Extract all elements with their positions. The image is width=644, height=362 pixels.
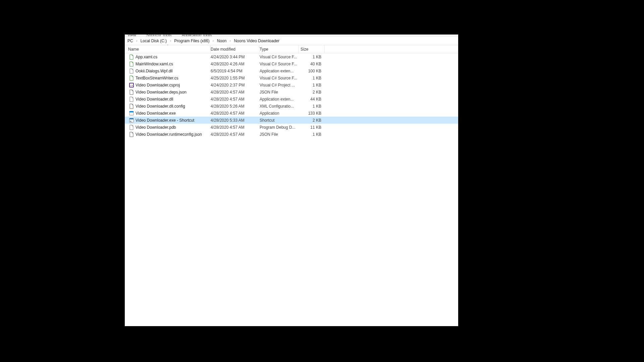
file-type: Visual C# Source F... bbox=[260, 55, 299, 59]
cs-file-icon bbox=[129, 75, 134, 81]
file-date: 6/5/2019 4:54 PM bbox=[211, 69, 260, 73]
file-name: Video Downloader.runtimeconfig.json bbox=[136, 132, 202, 137]
breadcrumb-current-folder[interactable]: Noons Video Downloader bbox=[232, 39, 281, 43]
json-file-icon bbox=[129, 89, 134, 95]
file-row[interactable]: MainWindow.xaml.cs4/28/2020 4:26 AMVisua… bbox=[125, 60, 458, 67]
file-row[interactable]: Video Downloader.runtimeconfig.json4/28/… bbox=[125, 131, 458, 138]
file-date: 4/24/2020 3:44 PM bbox=[211, 55, 260, 59]
ribbon-tab-view[interactable]: View bbox=[127, 35, 136, 36]
file-list[interactable]: App.xaml.cs4/24/2020 3:44 PMVisual C# So… bbox=[125, 53, 458, 138]
address-bar[interactable]: PC › Local Disk (C:) › Program Files (x8… bbox=[125, 37, 458, 45]
file-name: Video Downloader.pdb bbox=[136, 125, 176, 130]
file-size: 1 KB bbox=[299, 83, 325, 87]
file-date: 4/28/2020 4:57 AM bbox=[211, 111, 260, 116]
file-row[interactable]: Video Downloader.dll.config4/28/2020 5:2… bbox=[125, 103, 458, 110]
file-name: App.xaml.cs bbox=[136, 55, 157, 59]
file-date: 4/28/2020 5:33 AM bbox=[211, 118, 260, 123]
lnk-file-icon bbox=[129, 118, 134, 123]
file-size: 1 KB bbox=[299, 76, 325, 80]
cs-file-icon bbox=[129, 54, 134, 60]
config-file-icon bbox=[129, 104, 134, 109]
file-date: 4/28/2020 4:57 AM bbox=[211, 125, 260, 130]
file-name: MainWindow.xaml.cs bbox=[136, 62, 173, 66]
file-name: Video Downloader.dll.config bbox=[136, 104, 185, 109]
file-name: Video Downloader.exe - Shortcut bbox=[136, 118, 194, 123]
breadcrumb-local-disk[interactable]: Local Disk (C:) bbox=[139, 39, 168, 43]
file-row[interactable]: Video Downloader.pdb4/28/2020 4:57 AMPro… bbox=[125, 124, 458, 131]
file-date: 4/25/2020 1:55 PM bbox=[211, 76, 260, 80]
file-name: Video Downloader.csproj bbox=[136, 83, 180, 87]
file-date: 4/28/2020 4:57 AM bbox=[211, 132, 260, 137]
file-size: 44 KB bbox=[299, 97, 325, 102]
file-type: JSON File bbox=[260, 90, 299, 95]
chevron-right-icon[interactable]: › bbox=[212, 39, 215, 43]
pdb-file-icon bbox=[129, 125, 134, 130]
column-header-date[interactable]: Date modified bbox=[211, 45, 260, 53]
column-header-type-label: Type bbox=[260, 47, 268, 52]
column-header-type[interactable]: Type bbox=[260, 45, 299, 53]
file-type: XML Configuratio... bbox=[260, 104, 299, 109]
file-explorer-window: View Shortcut Tools Application Tools PC… bbox=[125, 35, 458, 326]
file-size: 133 KB bbox=[299, 111, 325, 116]
file-size: 11 KB bbox=[299, 125, 325, 130]
file-size: 40 KB bbox=[299, 62, 325, 66]
file-date: 4/28/2020 4:57 AM bbox=[211, 97, 260, 102]
dll-file-icon bbox=[129, 97, 134, 102]
file-date: 4/28/2020 4:26 AM bbox=[211, 62, 260, 66]
file-row[interactable]: Video Downloader.deps.json4/28/2020 4:57… bbox=[125, 88, 458, 96]
file-size: 2 KB bbox=[299, 90, 325, 95]
file-row[interactable]: Video Downloader.exe - Shortcut4/28/2020… bbox=[125, 117, 458, 124]
breadcrumb-program-files[interactable]: Program Files (x86) bbox=[173, 39, 211, 43]
cs-file-icon bbox=[129, 61, 134, 67]
file-row[interactable]: Video Downloader.dll4/28/2020 4:57 AMApp… bbox=[125, 96, 458, 103]
file-type: Visual C# Source F... bbox=[260, 62, 299, 66]
svg-rect-6 bbox=[129, 118, 133, 119]
file-size: 100 KB bbox=[299, 69, 325, 73]
file-type: Application exten... bbox=[260, 69, 299, 73]
file-type: Visual C# Project ... bbox=[260, 83, 299, 87]
exe-file-icon bbox=[129, 111, 134, 116]
ribbon-tab-shortcut-tools[interactable]: Shortcut Tools bbox=[146, 35, 172, 36]
file-row[interactable]: Ookii.Dialogs.Wpf.dll6/5/2019 4:54 PMApp… bbox=[125, 67, 458, 74]
file-type: Application exten... bbox=[260, 97, 299, 102]
column-header-date-label: Date modified bbox=[211, 47, 235, 52]
file-type: JSON File bbox=[260, 132, 299, 137]
column-headers: ˄ Name Date modified Type Size bbox=[125, 45, 458, 53]
chevron-right-icon[interactable]: › bbox=[228, 39, 232, 43]
breadcrumb-pc[interactable]: PC bbox=[126, 39, 135, 43]
csproj-file-icon: C# bbox=[129, 82, 134, 88]
file-size: 1 KB bbox=[299, 132, 325, 137]
file-name: TextBoxStreamWriter.cs bbox=[136, 76, 178, 80]
file-row[interactable]: TextBoxStreamWriter.cs4/25/2020 1:55 PMV… bbox=[125, 74, 458, 81]
file-name: Video Downloader.deps.json bbox=[136, 90, 186, 95]
file-date: 4/28/2020 5:26 AM bbox=[211, 104, 260, 109]
svg-text:C#: C# bbox=[130, 84, 133, 87]
json-file-icon bbox=[129, 132, 134, 137]
file-row[interactable]: Video Downloader.exe4/28/2020 4:57 AMApp… bbox=[125, 110, 458, 117]
file-type: Shortcut bbox=[260, 118, 299, 123]
file-name: Video Downloader.exe bbox=[136, 111, 176, 116]
file-row[interactable]: C#Video Downloader.csproj4/24/2020 2:37 … bbox=[125, 81, 458, 88]
column-header-size[interactable]: Size bbox=[299, 45, 325, 53]
file-row[interactable]: App.xaml.cs4/24/2020 3:44 PMVisual C# So… bbox=[125, 53, 458, 60]
chevron-right-icon[interactable]: › bbox=[169, 39, 172, 43]
file-date: 4/24/2020 2:37 PM bbox=[211, 83, 260, 87]
column-header-name[interactable]: ˄ Name bbox=[125, 45, 211, 53]
file-size: 1 KB bbox=[299, 104, 325, 109]
file-size: 2 KB bbox=[299, 118, 325, 123]
breadcrumb-noon[interactable]: Noon bbox=[216, 39, 228, 43]
file-type: Visual C# Source F... bbox=[260, 76, 299, 80]
file-type: Program Debug D... bbox=[260, 125, 299, 130]
file-name: Video Downloader.dll bbox=[136, 97, 173, 102]
sort-ascending-icon: ˄ bbox=[167, 44, 168, 47]
file-name: Ookii.Dialogs.Wpf.dll bbox=[136, 69, 173, 73]
ribbon-tab-application-tools[interactable]: Application Tools bbox=[182, 35, 212, 36]
column-header-name-label: Name bbox=[128, 47, 139, 52]
file-date: 4/28/2020 4:57 AM bbox=[211, 90, 260, 95]
chevron-right-icon[interactable]: › bbox=[135, 39, 139, 43]
file-type: Application bbox=[260, 111, 299, 116]
svg-rect-4 bbox=[129, 111, 133, 112]
column-header-size-label: Size bbox=[301, 47, 308, 52]
file-size: 1 KB bbox=[299, 55, 325, 59]
dll-file-icon bbox=[129, 68, 134, 74]
